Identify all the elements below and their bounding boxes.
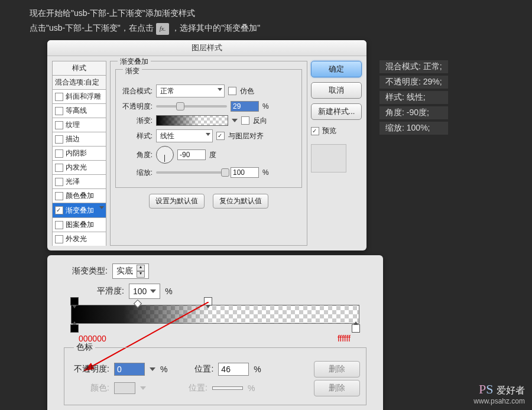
- opacity-input[interactable]: 29: [231, 101, 259, 112]
- checkbox-icon[interactable]: [55, 235, 63, 243]
- style-item-gradient-overlay[interactable]: 渐变叠加: [52, 203, 106, 218]
- style-select[interactable]: 线性: [156, 129, 213, 142]
- watermark-zh: 爱好者: [497, 385, 525, 395]
- pct-label: %: [248, 383, 255, 393]
- dither-checkbox[interactable]: [228, 87, 236, 95]
- angle-dial[interactable]: [156, 146, 174, 164]
- style-item-label: 内阴影: [66, 148, 87, 158]
- intro-line2a: 点击"usb-下部-上下渐变"，在点击: [30, 23, 156, 32]
- annot-blend: 混合模式: 正常;: [379, 60, 448, 73]
- style-item-color-overlay[interactable]: 颜色叠加: [52, 189, 106, 203]
- style-item-label: 等高线: [66, 106, 87, 116]
- intro-line2: 点击"usb-下部-上下渐变"，在点击 fx. ，选择其中的"渐变叠加": [30, 21, 502, 35]
- reset-default-button[interactable]: 复位为默认值: [213, 194, 268, 209]
- opacity-stop-mid[interactable]: [204, 297, 212, 305]
- chevron-down-icon[interactable]: [140, 386, 146, 390]
- style-list: 样式 混合选项:自定 斜面和浮雕 等高线 纹理 描边 内阴影 内发光 光泽 颜色…: [52, 61, 106, 246]
- annot-angle: 角度: -90度;: [379, 106, 448, 119]
- watermark-url: www.psahz.com: [473, 397, 525, 405]
- gradient-strip[interactable]: 000000 ffffff: [71, 305, 359, 324]
- set-default-button[interactable]: 设置为默认值: [149, 194, 205, 209]
- style-item-bevel[interactable]: 斜面和浮雕: [52, 90, 106, 104]
- style-item-label: 斜面和浮雕: [66, 92, 101, 102]
- annot-scale: 缩放: 100%;: [379, 122, 448, 135]
- stepper-icon[interactable]: ▲▼: [137, 265, 145, 278]
- stop-opacity-input[interactable]: 0: [114, 363, 145, 376]
- style-item-label: 颜色叠加: [66, 191, 94, 201]
- checkbox-icon[interactable]: [55, 221, 63, 229]
- color-swatch[interactable]: [114, 382, 135, 394]
- gradient-label: 渐变:: [121, 116, 153, 126]
- gradient-overlay-panel: 渐变叠加 渐变 混合模式: 正常 仿色 不透明度: 29 %: [110, 61, 307, 246]
- pct-label: %: [165, 287, 172, 296]
- checkbox-icon[interactable]: [55, 149, 63, 158]
- style-item-pattern-overlay[interactable]: 图案叠加: [52, 218, 106, 232]
- reverse-checkbox[interactable]: [241, 116, 249, 125]
- reverse-label: 反向: [253, 116, 267, 126]
- color-stop-right[interactable]: [352, 324, 360, 333]
- align-checkbox[interactable]: [216, 132, 225, 140]
- chevron-down-icon[interactable]: [150, 289, 156, 293]
- panel-title: 渐变叠加: [118, 57, 151, 67]
- annotations: 混合模式: 正常; 不透明度: 29%; 样式: 线性; 角度: -90度; 缩…: [379, 60, 448, 135]
- style-value: 线性: [160, 131, 174, 141]
- scale-input[interactable]: 100: [231, 167, 259, 178]
- style-item-contour[interactable]: 等高线: [52, 104, 106, 118]
- style-label: 样式:: [121, 131, 153, 141]
- new-style-button[interactable]: 新建样式...: [311, 103, 362, 120]
- checkbox-icon[interactable]: [55, 164, 63, 172]
- dialog-buttons: 确定 取消 新建样式... 预览: [311, 61, 362, 246]
- ok-button[interactable]: 确定: [311, 61, 362, 77]
- style-item-label: 纹理: [66, 120, 80, 130]
- checkbox-icon[interactable]: [55, 107, 63, 115]
- gradient-type-label: 渐变类型:: [72, 266, 108, 276]
- midpoint-diamond[interactable]: [134, 300, 142, 308]
- layer-style-dialog: 图层样式 样式 混合选项:自定 斜面和浮雕 等高线 纹理 描边 内阴影 内发光 …: [47, 40, 366, 250]
- intro-line1: 现在开始给"usb-下部-上下渐变"添加渐变样式: [30, 6, 502, 21]
- stop-position-input[interactable]: 46: [218, 363, 249, 376]
- style-item-stroke[interactable]: 描边: [52, 132, 106, 147]
- dialog-title: 图层样式: [47, 40, 366, 56]
- cancel-button[interactable]: 取消: [311, 82, 362, 99]
- style-list-header: 样式: [52, 61, 106, 76]
- watermark: PS 爱好者 www.psahz.com: [473, 382, 525, 405]
- chevron-down-icon[interactable]: [150, 367, 155, 371]
- delete-stop2-button: 删除: [314, 380, 360, 396]
- style-item-label: 图案叠加: [66, 220, 94, 230]
- preview-swatch: [311, 144, 346, 173]
- preview-checkbox[interactable]: [311, 127, 319, 135]
- checkbox-icon[interactable]: [55, 178, 63, 186]
- color-stop-left[interactable]: [70, 324, 79, 333]
- checkbox-icon[interactable]: [55, 206, 63, 214]
- gradient-type-select[interactable]: 实底 ▲▼: [112, 263, 149, 279]
- style-item-outer-glow[interactable]: 外发光: [52, 232, 106, 246]
- gradient-preview[interactable]: [156, 115, 228, 126]
- pct-label: %: [160, 365, 167, 374]
- smoothness-input[interactable]: 100: [129, 284, 160, 299]
- opacity-slider[interactable]: [156, 105, 227, 108]
- checkbox-icon[interactable]: [55, 135, 63, 144]
- scale-label: 缩放:: [121, 168, 153, 178]
- inner-title: 渐变: [123, 66, 142, 76]
- stop-position-label: 位置:: [194, 364, 213, 375]
- checkbox-icon[interactable]: [55, 93, 63, 101]
- checkbox-icon[interactable]: [55, 192, 63, 200]
- chevron-down-icon[interactable]: [232, 119, 238, 122]
- gradient-type-value: 实底: [116, 266, 133, 276]
- stop-opacity-label: 不透明度:: [70, 364, 109, 375]
- checkbox-icon[interactable]: [55, 121, 63, 129]
- opacity-stop-left[interactable]: [70, 297, 79, 305]
- delete-stop-button[interactable]: 删除: [314, 361, 360, 378]
- color-stop-title: 色标: [74, 342, 95, 352]
- style-item-satin[interactable]: 光泽: [52, 175, 106, 189]
- blend-mode-select[interactable]: 正常: [156, 84, 225, 97]
- style-item-inner-shadow[interactable]: 内阴影: [52, 147, 106, 161]
- blend-mode-label: 混合模式:: [121, 86, 153, 96]
- style-item-label: 渐变叠加: [66, 206, 94, 216]
- scale-slider[interactable]: [156, 171, 227, 174]
- style-item-texture[interactable]: 纹理: [52, 118, 106, 132]
- style-item-inner-glow[interactable]: 内发光: [52, 161, 106, 175]
- gradient-editor-dialog: 渐变类型: 实底 ▲▼ 平滑度: 100 % 000000 ffffff: [47, 255, 383, 410]
- angle-input[interactable]: -90: [177, 149, 206, 160]
- blend-options-item[interactable]: 混合选项:自定: [52, 76, 106, 90]
